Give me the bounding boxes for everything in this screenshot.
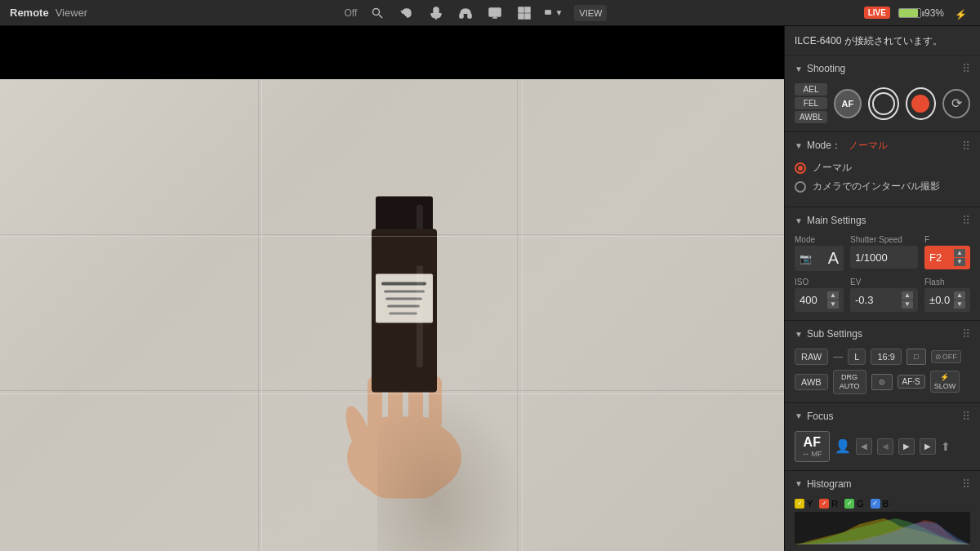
ratio-btn[interactable]: 16:9 <box>871 349 901 365</box>
afs-btn[interactable]: AF·S <box>898 375 925 389</box>
hist-r-label[interactable]: ✓ R <box>819 499 838 509</box>
person-focus-icon[interactable]: 👤 <box>835 438 851 454</box>
shooting-drag-handle[interactable]: ⠿ <box>962 62 970 75</box>
off-slash-btn[interactable]: ⊘ OFF <box>931 350 961 363</box>
sub-settings-drag[interactable]: ⠿ <box>962 327 970 340</box>
mode-normal-option[interactable]: ノーマル <box>795 161 970 175</box>
flash-value[interactable]: ±0.0 ▲ ▼ <box>924 288 970 312</box>
focus-chevron: ▼ <box>795 411 803 420</box>
person-plus-icon[interactable]: ⬆ <box>941 440 951 453</box>
off-control[interactable]: Off <box>345 7 358 19</box>
view-button[interactable]: Viewer VIEW <box>574 5 607 21</box>
fel-button[interactable]: FEL <box>795 97 827 109</box>
iso-label: ISO <box>795 278 844 287</box>
hist-b-text: B <box>883 499 889 509</box>
screen-icon[interactable] <box>486 4 504 22</box>
sub-settings-section: ▼ Sub Settings ⠿ RAW — L 16:9 □ ⊘ OFF <box>785 321 980 403</box>
mode-drag-handle[interactable]: ⠿ <box>962 140 970 153</box>
meter-icon[interactable]: ⊙ <box>871 374 893 390</box>
topbar: Remote Viewer Off ▼ <box>0 0 980 26</box>
histogram-header[interactable]: ▼ Histogram ⠿ <box>785 471 980 495</box>
hist-y-label[interactable]: ✓ Y <box>795 499 813 509</box>
shutter-button[interactable] <box>868 87 899 120</box>
undo-icon[interactable] <box>398 4 416 22</box>
battery-indicator: 93% <box>898 7 944 19</box>
viewfinder[interactable] <box>0 26 784 551</box>
flash-stepper[interactable]: ▲ ▼ <box>954 291 965 309</box>
ev-value[interactable]: -0.3 ▲ ▼ <box>850 288 918 312</box>
flash-up-btn[interactable]: ▲ <box>954 291 965 300</box>
grid-icon[interactable] <box>515 4 533 22</box>
ev-stepper[interactable]: ▲ ▼ <box>902 291 913 309</box>
battery-bar <box>898 8 921 18</box>
raw-dash: — <box>833 351 843 362</box>
topbar-left: Remote Viewer <box>10 7 87 19</box>
raw-btn[interactable]: RAW <box>795 349 828 365</box>
shooting-content: AEL FEL AWBL AF ⟳ <box>785 80 980 131</box>
main-settings-drag[interactable]: ⠿ <box>962 214 970 227</box>
focus-drag-handle[interactable]: ⠿ <box>962 410 970 423</box>
awbl-button[interactable]: AWBL <box>795 111 827 123</box>
shooting-section-header[interactable]: ▼ Shooting ⠿ <box>785 56 980 80</box>
mode-interval-option[interactable]: カメラでのインターバル撮影 <box>795 180 970 193</box>
screen-shape-icon[interactable]: □ <box>906 349 926 365</box>
hist-g-text: G <box>857 499 864 509</box>
main-settings-section: ▼ Main Settings ⠿ Mode 📷 A Sh <box>785 207 980 321</box>
iso-value[interactable]: 400 ▲ ▼ <box>795 288 844 312</box>
hist-g-label[interactable]: ✓ G <box>844 499 864 509</box>
shutter-value[interactable]: 1/1000 <box>850 246 918 269</box>
focus-left2-btn[interactable]: ◀ <box>877 438 893 455</box>
topbar-center: Off ▼ Viewer <box>96 4 856 22</box>
awb-btn[interactable]: AWB <box>795 374 828 390</box>
histogram-svg <box>795 512 970 544</box>
af-button[interactable]: AF <box>834 89 862 118</box>
mode-normal-radio[interactable] <box>795 162 806 174</box>
mic-icon[interactable] <box>427 4 445 22</box>
focus-right2-btn[interactable]: ▶ <box>920 438 936 455</box>
headphone-icon[interactable] <box>457 4 474 22</box>
focus-right-btn[interactable]: ▶ <box>898 438 915 455</box>
zebra-icon[interactable]: ▼ <box>545 4 563 22</box>
focus-section-header[interactable]: ▼ Focus ⠿ <box>785 403 980 428</box>
magnify-icon[interactable] <box>368 4 386 22</box>
hist-b-label[interactable]: ✓ B <box>871 499 889 509</box>
f-stepper[interactable]: ▲ ▼ <box>954 249 965 266</box>
live-badge: LIVE <box>864 7 890 19</box>
ev-down-btn[interactable]: ▼ <box>902 300 913 309</box>
sub-settings-chevron: ▼ <box>795 330 803 339</box>
slow-btn[interactable]: ⚡ SLOW <box>930 371 960 393</box>
focus-left-btn[interactable]: ◀ <box>856 438 872 455</box>
mode-setting-value[interactable]: 📷 A <box>795 246 844 271</box>
drg-btn[interactable]: DRGAUTO <box>833 370 866 394</box>
af-main-label: AF <box>802 435 822 450</box>
svg-rect-11 <box>519 14 523 19</box>
svg-point-0 <box>373 8 380 15</box>
af-mf-btn[interactable]: AF ↔ MF <box>795 431 830 462</box>
sub-settings-title: ▼ Sub Settings <box>795 328 862 340</box>
rotate-button[interactable]: ⟳ <box>942 89 970 118</box>
histogram-drag-handle[interactable]: ⠿ <box>962 478 970 491</box>
viewer-menu[interactable]: Viewer <box>56 7 88 19</box>
svg-rect-10 <box>525 7 530 12</box>
ev-up-btn[interactable]: ▲ <box>902 291 913 300</box>
iso-up-btn[interactable]: ▲ <box>827 291 839 300</box>
ev-label: EV <box>850 278 918 287</box>
flash-down-btn[interactable]: ▼ <box>954 300 965 309</box>
record-button[interactable] <box>906 87 937 120</box>
sub-settings-header[interactable]: ▼ Sub Settings ⠿ <box>785 321 980 345</box>
mode-section-header[interactable]: ▼ Mode： ノーマル ⠿ <box>785 132 980 158</box>
l-btn[interactable]: L <box>848 349 866 365</box>
iso-stepper[interactable]: ▲ ▼ <box>827 291 839 309</box>
f-down-btn[interactable]: ▼ <box>954 258 965 266</box>
f-setting: F F2 ▲ ▼ <box>924 235 970 271</box>
f-value[interactable]: F2 ▲ ▼ <box>924 246 970 269</box>
hist-g-check: ✓ <box>844 499 854 509</box>
main-settings-content: Mode 📷 A Shutter Speed 1/1000 F <box>785 232 980 320</box>
zebra-dropdown-arrow[interactable]: ▼ <box>555 8 563 17</box>
ael-button[interactable]: AEL <box>795 83 827 96</box>
main-settings-header[interactable]: ▼ Main Settings ⠿ <box>785 207 980 232</box>
mode-interval-radio[interactable] <box>795 181 806 193</box>
iso-down-btn[interactable]: ▼ <box>827 300 839 309</box>
mode-setting: Mode 📷 A <box>795 235 844 271</box>
f-up-btn[interactable]: ▲ <box>954 249 965 257</box>
